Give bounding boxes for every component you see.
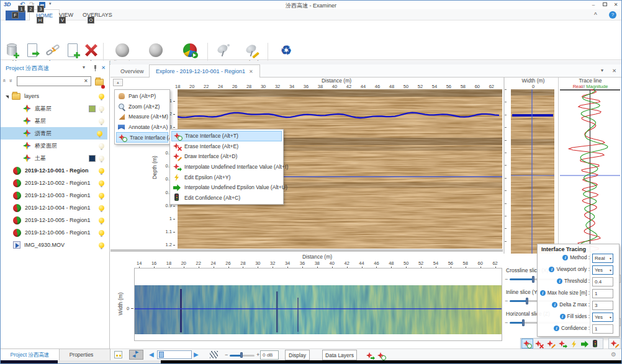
info-icon[interactable]: i [560,314,566,319]
menu-item-pan[interactable]: Pan (Alt+P) [116,91,168,102]
display-button[interactable]: Display [285,350,310,360]
tree-item-layer-selected[interactable]: 沥青层 [1,127,107,140]
gain-minus[interactable]: − [225,352,228,358]
search-input[interactable] [17,76,91,86]
viewport-only-dropdown[interactable]: Yes▾ [592,265,613,275]
gain-icon[interactable] [210,351,218,358]
visibility-bulb[interactable] [99,230,104,236]
fill-sides-dropdown[interactable]: Yes▾ [592,313,613,322]
info-icon[interactable]: i [549,267,554,272]
visibility-bulb[interactable] [99,143,104,149]
inline-slider-handle[interactable] [526,298,528,304]
visibility-bulb[interactable] [99,193,104,198]
submenu-interpolate-interface[interactable]: Interpolate Undefined Interface Value (A… [171,162,282,172]
filter-folder-icon[interactable] [95,77,104,88]
tab-overlays[interactable]: OVERLAYS [76,9,119,20]
crossline-slice[interactable] [511,89,554,254]
tool-trace-selected[interactable] [521,339,533,348]
h-splitter[interactable] [110,249,503,252]
menu-item-trace-interface[interactable]: Trace Interface (Alt+T) [116,132,168,143]
tab-properties[interactable]: Properties [60,349,103,361]
scroll-left-icon[interactable]: ◀ [149,351,154,358]
menu-item-annotate[interactable]: Annotate (Alt+A) [116,122,168,133]
collapse-ribbon-icon[interactable]: ^ [594,12,597,19]
submenu-draw-interface[interactable]: Draw Interface (Alt+D) [171,151,282,162]
visibility-bulb[interactable] [99,94,104,99]
tree-item-dataset[interactable]: 2019-12-10-001 - Region [1,164,109,177]
tool-edit-confidence[interactable] [592,339,600,350]
tool-interp-epsilon[interactable] [581,339,589,350]
settings-gear-icon[interactable]: ⚙ [611,351,616,358]
tab-project[interactable]: Project 汾西高速 [1,349,60,361]
crossline-slider-handle[interactable] [532,276,534,283]
visibility-bulb[interactable] [99,156,104,161]
visibility-bulb[interactable] [97,131,102,136]
tool-trace-alt[interactable] [608,338,621,349]
minimize-button[interactable]: – [589,1,598,9]
close-button[interactable]: ✕ [611,1,620,9]
help-icon[interactable]: ? [609,11,616,19]
panel-menu-icon[interactable]: ▾ [601,68,603,73]
db-value-box[interactable]: 0 dB [260,350,279,360]
confidence-input[interactable]: 1 [592,324,613,334]
info-icon[interactable]: i [557,278,562,284]
sidebar-menu-icon[interactable]: ▾ [83,64,85,70]
visibility-bulb[interactable] [99,205,104,211]
tree-item-layer[interactable]: 土基 [1,152,109,164]
tree-item-dataset[interactable]: 2019-12-10-002 - Region1 [1,177,109,189]
tool-draw[interactable] [547,339,555,350]
tab-view[interactable]: VIEW [53,9,79,20]
gain-slider-handle[interactable] [240,352,243,358]
swap-views-button[interactable]: ▶ ◀ [129,350,143,360]
max-hole-size-input[interactable]: 1 [592,289,613,298]
tab-explore[interactable]: Explore - 2019-12-10-001 - Region1✕ [149,64,260,78]
info-icon[interactable]: i [552,302,557,308]
layer-color-chip[interactable] [89,105,96,112]
submenu-interpolate-epsilon[interactable]: Interpolate Undefined Epsilon Value (Alt… [171,182,282,193]
visibility-bulb[interactable] [99,180,104,186]
visibility-bulb[interactable] [99,106,104,112]
tool-erase[interactable] [535,339,543,350]
menu-item-zoom[interactable]: Zoom (Alt+Z) [116,102,168,112]
sidebar-close-icon[interactable]: ✕ [101,64,106,71]
tree-item-dataset[interactable]: 2019-12-10-004 - Region1 [1,202,109,214]
trace-scrollbar[interactable] [157,350,192,359]
threshold-input[interactable]: 0.4 [592,277,613,286]
tree-item-dataset[interactable]: 2019-12-10-006 - Region1 [1,226,109,239]
visibility-bulb[interactable] [99,242,104,248]
tool-interpolate[interactable] [559,339,567,350]
v-splitter2[interactable] [558,78,559,254]
menu-item-measure[interactable]: Measure (Alt+M) [116,112,168,122]
slider-minus[interactable]: − [505,298,508,304]
panel-close-icon[interactable]: ✕ [612,68,616,74]
tab-overview[interactable]: Overview [113,66,151,78]
collapse-all-icon[interactable]: « [1,79,7,82]
visibility-bulb[interactable] [99,218,104,223]
tree-item-dataset[interactable]: 2019-12-10-005 - Region1 [1,214,109,226]
submenu-edit-confidence[interactable]: Edit Confidence (Alt+C) [171,193,282,203]
pin-icon[interactable] [93,65,97,71]
horizontal-slider-handle[interactable] [522,319,525,326]
collapse-toolbar-button[interactable]: ▲ [113,79,123,86]
visibility-bulb[interactable] [99,168,104,174]
tree-item-layer[interactable]: 桥梁面层 [1,140,109,152]
slider-minus[interactable]: − [505,319,508,326]
restore-button[interactable] [600,1,609,9]
scroll-right-icon[interactable]: ▶ [194,351,199,358]
gain-plus[interactable]: + [256,352,259,358]
tree-item-layers[interactable]: layers [1,90,109,102]
delta-z-max-input[interactable]: 3 [592,301,613,310]
expander-icon[interactable] [6,95,9,99]
tab-close-icon[interactable]: ✕ [249,69,253,74]
info-icon[interactable]: i [540,290,546,296]
method-dropdown[interactable]: Real▾ [592,254,613,263]
submenu-edit-epsilon[interactable]: Edit Epsilon (Alt+Y) [171,172,282,182]
tree-item-layer[interactable]: 底基层 [1,102,109,115]
visibility-bulb[interactable] [99,118,104,124]
info-icon[interactable]: i [562,255,568,260]
display-options-icon[interactable] [114,351,122,358]
tree-item-layer[interactable]: 基层 [1,115,109,127]
search-clear-icon[interactable]: ✕ [84,78,88,84]
tree-item-video[interactable]: IMG_4930.MOV [1,239,109,251]
layer-color-chip[interactable] [89,155,96,162]
